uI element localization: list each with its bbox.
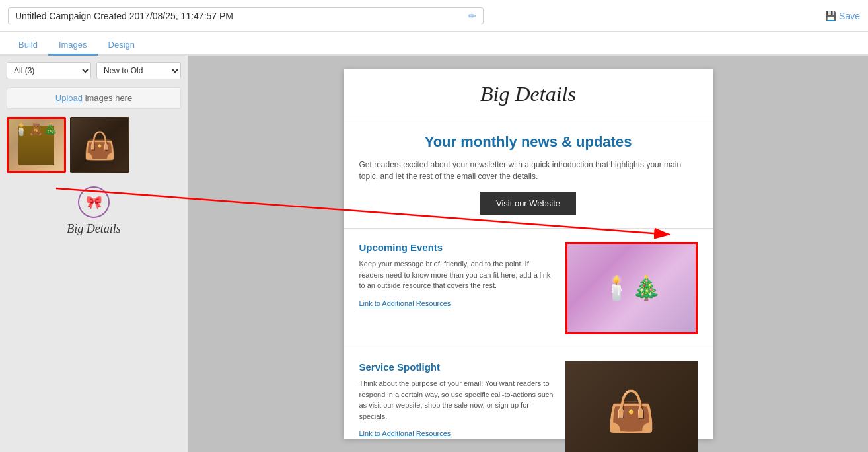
campaign-title-box: Untitled Campaign Created 2017/08/25, 11… [8, 7, 484, 24]
email-preview: Big Details Your monthly news & updates … [344, 69, 713, 439]
save-button[interactable]: 💾 Save [825, 11, 860, 21]
edit-icon[interactable]: ✏ [468, 11, 476, 21]
brand-icon: 🎀 [78, 186, 110, 218]
header: Untitled Campaign Created 2017/08/25, 11… [0, 0, 868, 32]
save-label: Save [839, 11, 860, 21]
service-link[interactable]: Link to Additional Resources [359, 430, 451, 437]
email-header: Big Details [344, 69, 713, 120]
header-actions: 💾 Save [825, 11, 860, 21]
bow-icon: 🎀 [86, 194, 102, 210]
email-main-section: Your monthly news & updates Get readers … [344, 120, 713, 229]
main-layout: All (3) New to Old Old to New Upload ima… [0, 56, 868, 452]
visit-website-button[interactable]: Visit our Website [480, 192, 576, 215]
tabs-bar: Build Images Design [0, 32, 868, 56]
tab-design[interactable]: Design [98, 36, 145, 56]
events-image-content: 🕯️🎄 [567, 244, 696, 332]
brand-name: Big Details [67, 222, 121, 236]
filter-sort-select[interactable]: New to Old Old to New [96, 62, 181, 79]
email-events-text: Upcoming Events Keep your message brief,… [359, 242, 555, 334]
email-intro-text: Get readers excited about your newslette… [359, 159, 698, 182]
service-body: Think about the purpose of your email: Y… [359, 378, 555, 422]
image-thumb-bag[interactable] [70, 117, 129, 173]
email-header-title: Big Details [480, 82, 576, 106]
tab-images[interactable]: Images [48, 36, 98, 56]
service-heading: Service Spotlight [359, 361, 555, 373]
preview-panel: Big Details Your monthly news & updates … [188, 56, 868, 452]
left-panel: All (3) New to Old Old to New Upload ima… [0, 56, 188, 452]
events-heading: Upcoming Events [359, 242, 555, 253]
service-text: Service Spotlight Think about the purpos… [359, 361, 555, 452]
image-grid [7, 117, 181, 173]
image-thumb-shelf[interactable] [7, 117, 66, 173]
upload-link[interactable]: Upload [55, 93, 83, 103]
upload-area: Upload images here [7, 87, 181, 109]
brand-section: 🎀 Big Details [7, 186, 181, 236]
campaign-title: Untitled Campaign Created 2017/08/25, 11… [15, 11, 468, 21]
save-icon: 💾 [825, 11, 836, 21]
events-link[interactable]: Link to Additional Resources [359, 299, 451, 307]
email-events-section: Upcoming Events Keep your message brief,… [344, 229, 713, 348]
tab-build[interactable]: Build [8, 36, 48, 56]
filter-all-select[interactable]: All (3) [7, 62, 91, 79]
upload-text: images here [83, 93, 132, 103]
email-service-section: Service Spotlight Think about the purpos… [344, 348, 713, 452]
bag-emoji: 👜 [606, 388, 656, 435]
service-image: 👜 [565, 361, 698, 452]
email-main-heading: Your monthly news & updates [359, 133, 698, 151]
events-body: Keep your message brief, friendly, and t… [359, 258, 555, 291]
events-image: 🕯️🎄 [565, 242, 698, 334]
filter-row: All (3) New to Old Old to New [7, 62, 181, 79]
